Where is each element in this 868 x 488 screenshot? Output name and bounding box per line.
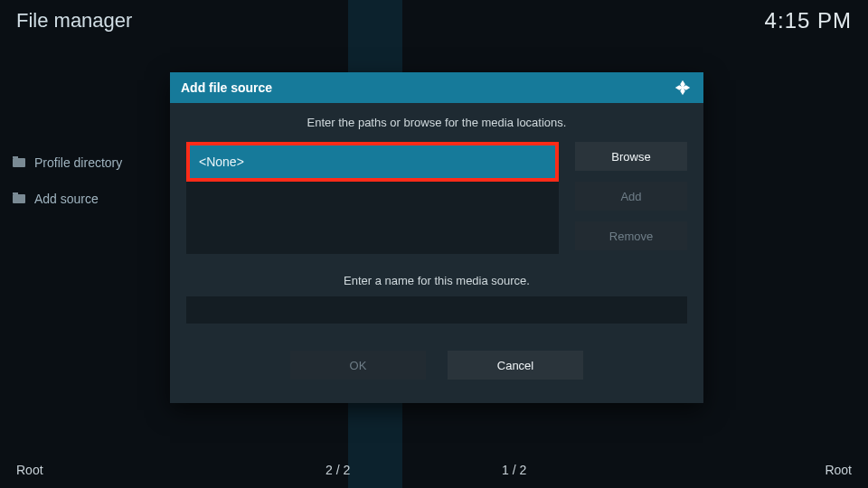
ok-button[interactable]: OK (290, 351, 426, 380)
footer-count-right: 1 / 2 (502, 463, 526, 477)
path-input-value: <None> (199, 155, 244, 169)
dialog-action-row: OK Cancel (186, 351, 687, 380)
name-instruction-label: Enter a name for this media source. (186, 274, 687, 287)
footer-left-label: Root (16, 463, 43, 477)
dialog-body: Enter the paths or browse for the media … (170, 103, 703, 403)
header: File manager 4:15 PM (0, 0, 868, 42)
footer-right-label: Root (825, 463, 852, 477)
footer-count-left: 2 / 2 (326, 463, 350, 477)
dialog-titlebar: Add file source (170, 72, 703, 103)
add-file-source-dialog: Add file source Enter the paths or brows… (170, 72, 703, 403)
paths-area: <None> (186, 142, 559, 254)
path-input-none[interactable]: <None> (186, 142, 559, 182)
add-button[interactable]: Add (575, 182, 687, 211)
media-name-input[interactable] (186, 296, 687, 324)
media-paths-row: <None> Browse Add Remove (186, 142, 687, 254)
clock: 4:15 PM (765, 8, 852, 33)
remove-button[interactable]: Remove (575, 221, 687, 250)
sidebar-item-label: Add source (34, 192, 99, 206)
sidebar-item-label: Profile directory (34, 155, 122, 170)
footer: Root 2 / 2 1 / 2 Root (0, 452, 868, 488)
browse-button[interactable]: Browse (575, 142, 687, 171)
folder-icon (13, 194, 25, 203)
page-title: File manager (16, 9, 132, 33)
sidebar: Profile directory Add source (0, 145, 145, 217)
path-list-empty[interactable] (186, 182, 559, 254)
kodi-logo-icon (673, 78, 693, 98)
folder-icon (13, 158, 25, 167)
sidebar-item-profile-directory[interactable]: Profile directory (13, 145, 145, 181)
cancel-button[interactable]: Cancel (448, 351, 583, 380)
path-instruction-label: Enter the paths or browse for the media … (186, 116, 687, 129)
sidebar-item-add-source[interactable]: Add source (13, 181, 145, 217)
dialog-title-text: Add file source (181, 80, 272, 95)
path-side-buttons: Browse Add Remove (575, 142, 687, 254)
